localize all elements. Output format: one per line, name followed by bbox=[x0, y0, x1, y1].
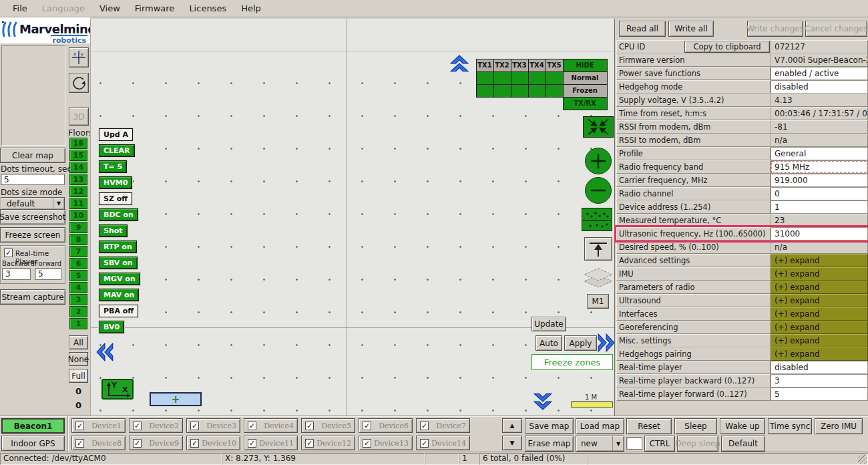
tx-cell[interactable] bbox=[546, 84, 564, 98]
param-value[interactable]: (+) expand bbox=[771, 321, 868, 334]
time-sync-button[interactable]: Time sync bbox=[768, 418, 812, 434]
tx-header-tx2[interactable]: TX2 bbox=[493, 59, 511, 72]
device-button-device7[interactable]: ✓Device7 bbox=[416, 418, 470, 433]
erase-map-button[interactable]: Erase map bbox=[525, 436, 574, 452]
param-label[interactable]: RSSI to modem, dBm bbox=[616, 134, 771, 147]
save-map-button[interactable]: Save map bbox=[525, 418, 574, 434]
menu-item-licenses[interactable]: Licenses bbox=[182, 3, 234, 13]
tx-normal-button[interactable]: Normal bbox=[563, 71, 608, 85]
tx-cell[interactable] bbox=[476, 71, 494, 85]
checkbox-checked-icon[interactable]: ✓ bbox=[190, 422, 199, 430]
floor-button-11[interactable]: 11 bbox=[69, 198, 87, 209]
checkbox-checked-icon[interactable]: ✓ bbox=[75, 422, 84, 430]
param-label[interactable]: Real-time player backward (0..127) bbox=[616, 374, 771, 388]
floor-button-3[interactable]: 3 bbox=[69, 294, 87, 305]
param-value[interactable]: (+) expand bbox=[771, 334, 868, 347]
sleep-button[interactable]: Sleep bbox=[674, 418, 717, 434]
param-value[interactable]: enabled / active bbox=[771, 67, 868, 80]
device-button-device12[interactable]: ✓Device12 bbox=[301, 436, 355, 450]
param-value[interactable]: 1 bbox=[771, 200, 868, 214]
mode-button-upd-a[interactable]: Upd A bbox=[99, 128, 133, 141]
checkbox-checked-icon[interactable]: ✓ bbox=[420, 422, 429, 430]
checkbox-checked-icon[interactable]: ✓ bbox=[363, 422, 371, 430]
floor-button-6[interactable]: 6 bbox=[69, 258, 87, 269]
param-label[interactable]: Georeferencing bbox=[616, 321, 771, 334]
zero-imu-button[interactable]: Zero IMU bbox=[815, 418, 863, 434]
param-value[interactable]: 4.13 bbox=[771, 94, 868, 107]
param-value[interactable]: 00:03:46 / 17:31:57 / 0 bbox=[771, 107, 868, 120]
copy-to-clipboard-button[interactable]: Copy to clipboard bbox=[684, 41, 770, 53]
param-label[interactable]: RSSI from modem, dBm bbox=[616, 120, 771, 134]
param-value[interactable]: 915 MHz bbox=[771, 160, 868, 174]
device-button-device2[interactable]: ✓Device2 bbox=[129, 418, 183, 433]
floors-all-button[interactable]: All bbox=[69, 335, 88, 349]
param-label[interactable]: IMU bbox=[616, 267, 771, 281]
tx-header-tx1[interactable]: TX1 bbox=[476, 59, 494, 72]
load-map-button[interactable]: Load map bbox=[576, 418, 624, 434]
checkbox-checked-icon[interactable]: ✓ bbox=[305, 422, 314, 430]
param-label[interactable]: Radio channel bbox=[616, 187, 771, 200]
floor-button-9[interactable]: 9 bbox=[69, 222, 87, 233]
mode-button-rtp-on[interactable]: RTP on bbox=[99, 241, 137, 253]
floor-button-7[interactable]: 7 bbox=[69, 246, 87, 257]
device-button-device5[interactable]: ✓Device5 bbox=[301, 418, 355, 433]
mode-button-bv0[interactable]: BV0 bbox=[99, 321, 124, 333]
clear-map-button[interactable]: Clear map bbox=[0, 148, 65, 163]
collapse-view-button[interactable] bbox=[583, 116, 614, 138]
tx-hide-button[interactable]: HIDE bbox=[563, 59, 608, 72]
param-value[interactable]: (+) expand bbox=[771, 254, 868, 267]
tx-txrx-button[interactable]: TX/RX bbox=[563, 97, 608, 110]
floor-button-8[interactable]: 8 bbox=[69, 234, 87, 245]
wake-up-button[interactable]: Wake up bbox=[720, 418, 765, 434]
param-label[interactable]: Desired speed, % (0..100) bbox=[616, 241, 771, 254]
collapse-left-button[interactable] bbox=[96, 343, 115, 364]
floor-button-5[interactable]: 5 bbox=[69, 270, 87, 281]
floors-none-button[interactable]: None bbox=[69, 352, 88, 366]
param-label[interactable]: Power save functions bbox=[616, 67, 771, 80]
freeze-zones-button[interactable]: Freeze zones bbox=[531, 354, 613, 370]
device-button-device3[interactable]: ✓Device3 bbox=[186, 418, 240, 433]
tx-header-tx5[interactable]: TX5 bbox=[546, 59, 564, 72]
menu-item-view[interactable]: View bbox=[92, 3, 128, 13]
freeze-screen-button[interactable]: Freeze screen bbox=[0, 227, 65, 243]
collapse-down-button[interactable] bbox=[533, 392, 552, 413]
checkbox-checked-icon[interactable]: ✓ bbox=[363, 439, 371, 448]
param-label[interactable]: Ultrasonic frequency, Hz (100..65000) bbox=[616, 227, 771, 241]
mode-button-mav-on[interactable]: MAV on bbox=[99, 289, 139, 301]
device-button-device8[interactable]: ✓Device8 bbox=[71, 436, 126, 450]
tx-cell[interactable] bbox=[546, 71, 564, 85]
mode-button-shot[interactable]: Shot bbox=[99, 224, 128, 237]
ctrl-button[interactable]: CTRL bbox=[644, 436, 675, 452]
dots-display-button[interactable] bbox=[582, 208, 612, 231]
tx-cell[interactable] bbox=[493, 84, 511, 98]
param-value[interactable]: disabled bbox=[771, 361, 868, 374]
tx-header-tx4[interactable]: TX4 bbox=[528, 59, 546, 72]
floor-button-4[interactable]: 4 bbox=[69, 282, 87, 293]
checkbox-checked-icon[interactable]: ✓ bbox=[248, 422, 256, 430]
checkbox-checked-icon[interactable]: ✓ bbox=[305, 439, 314, 448]
layers-button[interactable] bbox=[583, 267, 614, 294]
devices-scroll-up-button[interactable]: ▲ bbox=[502, 418, 522, 433]
mode-button-bdc-on[interactable]: BDC on bbox=[99, 208, 138, 221]
dots-size-select[interactable]: default ▼ bbox=[1, 197, 65, 210]
device-button-device1[interactable]: ✓Device1 bbox=[71, 418, 126, 433]
param-label[interactable]: Carrier frequency, MHz bbox=[616, 174, 771, 187]
param-value[interactable]: (+) expand bbox=[771, 347, 868, 361]
menu-item-language[interactable]: Language bbox=[35, 3, 92, 13]
forward-input[interactable]: 5 bbox=[35, 268, 61, 280]
floor-button-2[interactable]: 2 bbox=[69, 306, 87, 317]
tx-cell[interactable] bbox=[528, 71, 546, 85]
checkbox-checked-icon[interactable]: ✓ bbox=[190, 439, 199, 448]
device-button-device13[interactable]: ✓Device13 bbox=[359, 436, 413, 450]
device-button-device14[interactable]: ✓Device14 bbox=[416, 436, 470, 450]
mode-button-clear[interactable]: CLEAR bbox=[99, 144, 135, 157]
update-button[interactable]: Update bbox=[531, 317, 566, 331]
tx-cell[interactable] bbox=[493, 71, 511, 85]
cancel-changes-button[interactable]: Cancel changes bbox=[805, 21, 867, 37]
param-label[interactable]: Hedgehogs pairing bbox=[616, 347, 771, 361]
param-value[interactable]: (+) expand bbox=[771, 267, 868, 281]
param-label[interactable]: Advanced settings bbox=[616, 254, 771, 267]
param-value[interactable]: disabled bbox=[771, 80, 868, 94]
apply-button[interactable]: Apply bbox=[564, 335, 597, 351]
indoor-gps-tab-button[interactable]: Indoor GPS bbox=[1, 436, 65, 451]
